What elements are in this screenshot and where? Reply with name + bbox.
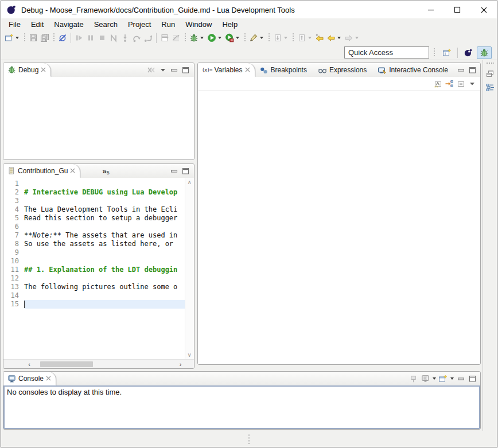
window-maximize-button[interactable] [444, 1, 470, 18]
open-console-button[interactable] [437, 373, 449, 384]
menu-item-run[interactable]: Run [156, 19, 180, 30]
drop-to-frame-button [159, 31, 170, 45]
code-line[interactable]: 10 [3, 257, 185, 266]
menu-item-window[interactable]: Window [180, 19, 217, 30]
last-edit-location-button[interactable] [314, 31, 325, 45]
line-number: 14 [3, 291, 24, 300]
maximize-view-icon[interactable] [180, 165, 192, 177]
code-line[interactable]: 15 [3, 300, 185, 309]
scroll-up-icon[interactable]: ∧ [185, 179, 194, 185]
maximize-view-icon[interactable] [466, 64, 478, 76]
code-line[interactable]: 7**Note:** The assets that are used in [3, 231, 185, 240]
window-close-button[interactable] [470, 1, 497, 18]
menu-item-project[interactable]: Project [123, 19, 156, 30]
scroll-down-icon[interactable]: ∨ [185, 352, 194, 358]
show-type-names-button[interactable] [432, 78, 443, 89]
close-icon[interactable] [70, 168, 75, 173]
run-button[interactable] [206, 31, 224, 45]
show-logical-structures-button[interactable] [443, 78, 455, 89]
code-line[interactable]: 5Read this section to setup a debugger [3, 214, 185, 223]
minimize-view-icon[interactable] [455, 64, 466, 76]
tab-breakpoints[interactable]: Breakpoints [255, 63, 314, 77]
debug-perspective-button[interactable] [477, 46, 492, 59]
code-editor[interactable]: 12# Interactive DEBUG using Lua Develop3… [3, 178, 185, 359]
line-number: 9 [3, 248, 24, 257]
menu-item-help[interactable]: Help [217, 19, 243, 30]
status-drag-handle[interactable] [248, 434, 250, 444]
debug-button[interactable] [188, 31, 206, 45]
code-line[interactable]: 3 [3, 197, 185, 205]
trim-drag-handle[interactable] [486, 62, 494, 64]
horizontal-scrollbar[interactable]: ‹ › [3, 359, 194, 368]
right-trim-bar [483, 60, 497, 431]
window-minimize-button[interactable] [418, 1, 444, 18]
expressions-tab-icon [318, 66, 327, 75]
horizontal-scroll-thumb[interactable] [40, 361, 93, 367]
menu-item-file[interactable]: File [3, 19, 26, 30]
tab-debug[interactable]: Debug [3, 63, 51, 77]
code-line[interactable]: 4The Lua Development Tools in the Ecli [3, 205, 185, 214]
maximize-view-icon[interactable] [466, 373, 478, 384]
profile-icon [225, 33, 234, 42]
minimize-view-icon[interactable] [169, 64, 180, 76]
code-line[interactable]: 2# Interactive DEBUG using Lua Develop [3, 188, 185, 197]
new-wizard-button[interactable] [3, 31, 21, 45]
lua-perspective-button[interactable] [461, 46, 476, 59]
view-menu-icon[interactable] [466, 78, 478, 89]
outline-view-button[interactable] [484, 81, 496, 93]
code-line[interactable]: 11## 1. Explanation of the LDT debuggin [3, 266, 185, 274]
debug-view-tabbar: Debug [3, 63, 194, 77]
tab-console[interactable]: Console [3, 372, 56, 385]
restore-views-button[interactable] [484, 68, 496, 79]
hidden-editors-chevron[interactable]: »5 [80, 164, 114, 178]
code-line[interactable]: 12 [3, 274, 185, 283]
line-number: 13 [3, 283, 24, 291]
vertical-scrollbar[interactable]: ∧ ∨ [185, 178, 194, 359]
display-selected-console-button[interactable] [419, 373, 431, 384]
tab-contribution-guide[interactable]: Contribution_Gu [3, 164, 80, 178]
code-line[interactable]: 8So use the assets as listed here, or [3, 240, 185, 248]
tab-expressions[interactable]: Expressions [314, 63, 374, 77]
previous-annotation-icon [297, 33, 306, 42]
line-text [24, 300, 185, 309]
back-button[interactable] [325, 31, 343, 45]
code-line[interactable]: 13The following pictures outline some o [3, 283, 185, 291]
close-icon[interactable] [245, 67, 250, 72]
close-icon[interactable] [41, 67, 46, 72]
step-over-button [131, 31, 142, 45]
dropdown-arrow-icon[interactable] [450, 377, 454, 380]
line-number: 10 [3, 257, 24, 266]
toolbar-group-handle [53, 33, 55, 42]
menu-item-edit[interactable]: Edit [26, 19, 49, 30]
minimize-view-icon[interactable] [169, 165, 180, 177]
code-line[interactable]: 9 [3, 248, 185, 257]
tab-interactive-console[interactable]: Interactive Console [374, 63, 455, 77]
menu-item-navigate[interactable]: Navigate [49, 19, 88, 30]
suspend-icon [86, 33, 95, 42]
view-menu-icon[interactable] [157, 64, 169, 76]
line-number: 5 [3, 214, 24, 223]
collapse-all-button[interactable] [455, 78, 466, 89]
code-line[interactable]: 6 [3, 223, 185, 231]
code-line[interactable]: 14 [3, 291, 185, 300]
dropdown-arrow-icon[interactable] [236, 37, 239, 39]
scroll-right-icon[interactable]: › [177, 361, 185, 368]
dropdown-arrow-icon[interactable] [433, 377, 436, 380]
tab-variables[interactable]: (x)=Variables [198, 63, 255, 77]
maximize-view-icon[interactable] [180, 64, 192, 76]
dropdown-arrow-icon[interactable] [200, 37, 204, 39]
open-perspective-button[interactable] [439, 46, 454, 59]
external-tools-button[interactable] [248, 31, 266, 45]
skip-all-breakpoints-button[interactable] [57, 31, 68, 45]
dropdown-arrow-icon[interactable] [337, 37, 341, 39]
menu-item-search[interactable]: Search [89, 19, 123, 30]
minimize-view-icon[interactable] [455, 373, 466, 384]
dropdown-arrow-icon[interactable] [218, 37, 221, 39]
profile-button[interactable] [224, 31, 242, 45]
code-line[interactable]: 1 [3, 180, 185, 188]
dropdown-arrow-icon[interactable] [260, 37, 263, 39]
quick-access-input[interactable] [344, 46, 429, 59]
close-icon[interactable] [46, 376, 51, 381]
scroll-left-icon[interactable]: ‹ [25, 361, 33, 368]
dropdown-arrow-icon[interactable] [15, 37, 19, 39]
